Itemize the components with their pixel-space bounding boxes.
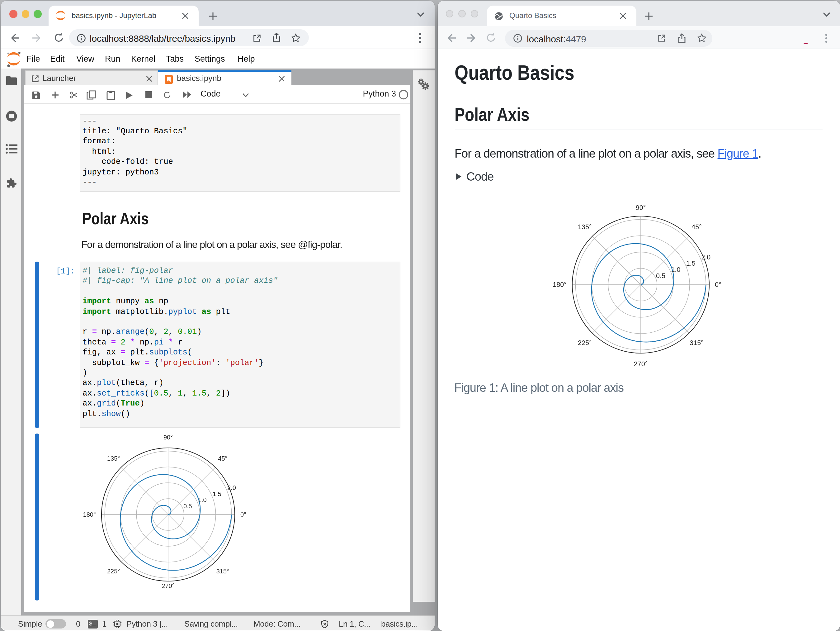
svg-text:270°: 270° [162,582,174,589]
svg-text:1.5: 1.5 [213,490,221,497]
svg-text:0°: 0° [240,511,246,518]
svg-text:1.5: 1.5 [686,259,696,267]
svg-text:2.0: 2.0 [701,253,711,261]
svg-text:2.0: 2.0 [227,484,236,491]
svg-text:180°: 180° [553,281,567,288]
svg-text:45°: 45° [218,455,227,462]
svg-text:225°: 225° [107,568,120,575]
svg-text:90°: 90° [163,434,173,441]
svg-text:225°: 225° [578,339,592,346]
svg-text:180°: 180° [83,511,96,518]
svg-text:0°: 0° [715,281,722,288]
svg-text:45°: 45° [692,223,702,231]
svg-text:0.5: 0.5 [183,503,192,509]
svg-text:1.0: 1.0 [198,497,207,503]
svg-text:135°: 135° [578,223,592,231]
svg-text:90°: 90° [636,204,646,212]
svg-text:0.5: 0.5 [656,272,665,280]
svg-text:315°: 315° [216,568,229,575]
svg-text:315°: 315° [690,339,704,346]
svg-text:135°: 135° [107,455,120,462]
svg-text:270°: 270° [634,360,648,368]
svg-text:1.0: 1.0 [671,266,680,274]
